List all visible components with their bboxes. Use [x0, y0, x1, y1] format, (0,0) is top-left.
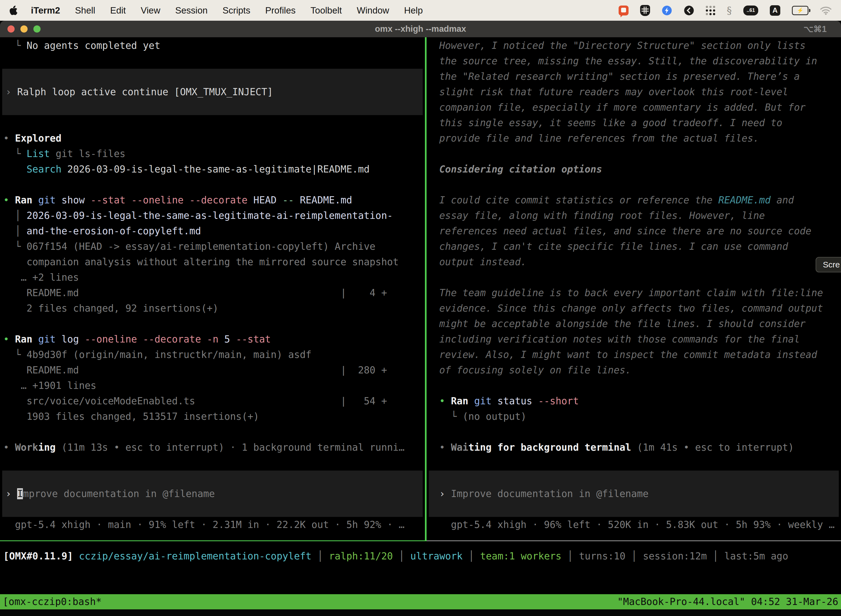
- command-line: • Ran git status --short: [426, 393, 841, 409]
- screen-tooltip: Scre: [816, 257, 841, 273]
- blue-bolt-icon[interactable]: [662, 5, 672, 16]
- input-box-row: [2, 69, 423, 84]
- tmux-status-bar: [omx-cczip0:bash* "MacBook-Pro-44.local"…: [0, 594, 841, 609]
- terminal-line: 2 files changed, 92 insertions(+): [0, 301, 425, 316]
- menu-status-icons: § ..61 A ⚡: [618, 5, 832, 16]
- terminal-line: 1903 files changed, 513517 insertions(+): [0, 409, 425, 424]
- command-line: • Ran git log --oneline --decorate -n 5 …: [0, 331, 425, 347]
- dots-grid-icon[interactable]: [706, 6, 715, 15]
- menu-items: iTerm2ShellEditViewSessionScriptsProfile…: [31, 5, 423, 16]
- terminal-line: of focusing solely on file lines.: [426, 362, 841, 378]
- command-line: • Ran git show --stat --oneline --decora…: [0, 192, 425, 208]
- terminal-line: [0, 455, 425, 471]
- terminal-line: slight risk that future readers may over…: [426, 84, 841, 100]
- injected-prompt-line: › Ralph loop active continue [OMX_TMUX_I…: [2, 84, 423, 100]
- session-status-line: gpt-5.4 xhigh · main · 91% left · 2.31M …: [0, 517, 425, 532]
- terminal-line: README.md | 280 +: [0, 362, 425, 378]
- terminal-line: [426, 424, 841, 440]
- input-box-row[interactable]: [429, 502, 839, 517]
- terminal-line: [0, 115, 425, 131]
- a-tile-icon[interactable]: A: [770, 5, 780, 16]
- terminal-line: review. Also, I might want to inspect th…: [426, 347, 841, 362]
- terminal-line: [0, 53, 425, 69]
- terminal-line: I could cite commit statistics or refere…: [426, 192, 841, 208]
- tmux-panes: └ No agents completed yet› Ralph loop ac…: [0, 37, 841, 540]
- terminal-line: including verification notes with those …: [426, 331, 841, 347]
- terminal-line: The team guideline is to back every impo…: [426, 285, 841, 301]
- terminal-line: [426, 146, 841, 161]
- terminal-line: [0, 177, 425, 192]
- terminal-line: changes, I can't cite specific file line…: [426, 239, 841, 254]
- terminal-line: └ 4b9d30f (origin/main, instructkr/main,…: [0, 347, 425, 362]
- tmux-session-label[interactable]: [omx-cczip0:bash*: [3, 594, 101, 609]
- menu-item-profiles[interactable]: Profiles: [265, 5, 296, 16]
- menu-item-scripts[interactable]: Scripts: [223, 5, 250, 16]
- terminal-line: companion analysis without altering the …: [0, 254, 425, 270]
- dark-chevron-icon[interactable]: [684, 5, 694, 16]
- shield-grid-icon[interactable]: [640, 5, 650, 16]
- terminal-line: However, I noticed the "Directory Struct…: [426, 38, 841, 53]
- menu-item-view[interactable]: View: [141, 5, 160, 16]
- bottom-strip: [0, 609, 841, 616]
- battery-badge-icon[interactable]: ..61: [743, 6, 758, 15]
- wifi-icon[interactable]: [820, 6, 832, 15]
- terminal-line: companion file, especially if more comme…: [426, 100, 841, 115]
- terminal-line: the source tree, missing the essay. Stil…: [426, 53, 841, 69]
- input-box-row[interactable]: [2, 502, 423, 517]
- terminal-line: └ (no output): [426, 409, 841, 424]
- reasoning-heading: Considering citation options: [426, 161, 841, 177]
- terminal-line: │ and-the-erosion-of-copyleft.md: [0, 223, 425, 239]
- session-status-line: gpt-5.4 xhigh · 96% left · 520K in · 5.8…: [426, 517, 841, 532]
- terminal-line: essay file, along with finding root file…: [426, 208, 841, 223]
- terminal-line: … +2 lines: [0, 270, 425, 285]
- terminal-line: [426, 270, 841, 285]
- terminal-line: references need actual files, and since …: [426, 223, 841, 239]
- terminal-line: [0, 424, 425, 440]
- left-terminal-pane[interactable]: └ No agents completed yet› Ralph loop ac…: [0, 37, 425, 540]
- terminal-line: └ 067f154 (HEAD -> essay/ai-reimplementa…: [0, 239, 425, 254]
- input-box-row[interactable]: [429, 471, 839, 486]
- terminal-line: evidence. Since this change only affects…: [426, 301, 841, 316]
- terminal-line: └ No agents completed yet: [0, 38, 425, 53]
- waiting-status-line: • Waiting for background terminal (1m 41…: [426, 440, 841, 455]
- terminal-line: the "Related research writing" section i…: [426, 69, 841, 84]
- terminal-line: src/voice/voiceModeEnabled.ts | 54 +: [0, 393, 425, 409]
- menu-item-edit[interactable]: Edit: [110, 5, 126, 16]
- squiggle-icon[interactable]: §: [727, 5, 732, 16]
- chat-app-icon[interactable]: [618, 6, 629, 15]
- right-terminal-pane[interactable]: However, I noticed the "Directory Struct…: [426, 37, 841, 540]
- omx-status-line: [OMX#0.11.9] cczip/essay/ai-reimplementa…: [0, 549, 841, 564]
- macos-menu-bar: iTerm2ShellEditViewSessionScriptsProfile…: [0, 0, 841, 21]
- omx-status-pane: [OMX#0.11.9] cczip/essay/ai-reimplementa…: [0, 541, 841, 594]
- terminal-line: • Explored: [0, 131, 425, 146]
- terminal-line: provide file and line references from th…: [426, 131, 841, 146]
- battery-icon[interactable]: ⚡: [792, 6, 809, 15]
- tmux-host-clock: "MacBook-Pro-44.local" 04:52 31-Mar-26: [617, 594, 838, 609]
- apple-menu-icon[interactable]: [9, 5, 19, 16]
- terminal-line: output instead.: [426, 254, 841, 270]
- terminal-line: [0, 316, 425, 331]
- window-shortcut-hint: ⌥⌘1: [803, 24, 827, 34]
- window-title: omx --xhigh --madmax: [0, 24, 841, 34]
- prompt-input[interactable]: › Improve documentation in @filename: [2, 486, 423, 502]
- terminal-line: └ List git ls-files: [0, 146, 425, 161]
- terminal-line: Search 2026-03-09-is-legal-the-same-as-l…: [0, 161, 425, 177]
- window-title-bar[interactable]: omx --xhigh --madmax ⌥⌘1: [0, 21, 841, 37]
- terminal-line: [426, 455, 841, 471]
- menu-item-help[interactable]: Help: [404, 5, 423, 16]
- menu-item-session[interactable]: Session: [175, 5, 208, 16]
- iterm2-window: omx --xhigh --madmax ⌥⌘1 └ No agents com…: [0, 21, 841, 616]
- menu-item-toolbelt[interactable]: Toolbelt: [311, 5, 342, 16]
- prompt-input[interactable]: › Improve documentation in @filename: [429, 486, 839, 502]
- menu-item-iterm2[interactable]: iTerm2: [31, 5, 60, 16]
- terminal-line: [426, 177, 841, 192]
- terminal-line: this single essay, it seems like a good …: [426, 115, 841, 131]
- menu-item-window[interactable]: Window: [357, 5, 389, 16]
- input-box-row: [2, 100, 423, 115]
- input-box-row[interactable]: [2, 471, 423, 486]
- terminal-line: … +1901 lines: [0, 378, 425, 393]
- menu-item-shell[interactable]: Shell: [75, 5, 95, 16]
- terminal-line: │ 2026-03-09-is-legal-the-same-as-legiti…: [0, 208, 425, 223]
- working-status-line: • Working (11m 13s • esc to interrupt) ·…: [0, 440, 425, 455]
- terminal-line: [426, 378, 841, 393]
